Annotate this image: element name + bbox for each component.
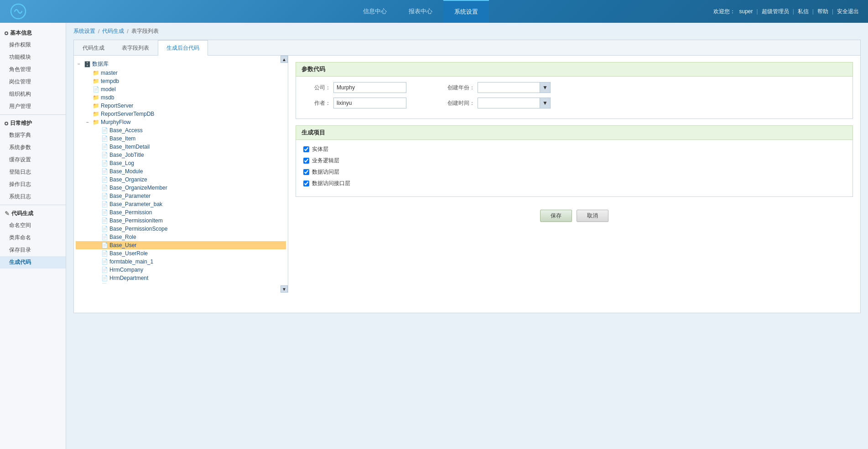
breadcrumb-codegen[interactable]: 代码生成	[102, 27, 124, 35]
tree-toggle-icon[interactable]	[93, 250, 99, 257]
time-calendar-button[interactable]: ▼	[540, 98, 550, 108]
tree-toggle-icon[interactable]	[93, 217, 99, 224]
tree-scroll[interactable]: −🗄️数据库📁master📁tempdb📄model📁msdb📁ReportSe…	[74, 56, 288, 284]
tree-toggle-icon[interactable]	[93, 201, 99, 207]
tree-node[interactable]: 📄Base_PermissionScope	[76, 225, 286, 233]
tree-node[interactable]: 📄HrmCompany	[76, 266, 286, 274]
tree-node[interactable]: 📄Base_Log	[76, 159, 286, 167]
biz-checkbox[interactable]	[303, 158, 309, 164]
sidebar-item-login-log[interactable]: 登陆日志	[0, 166, 66, 178]
tree-node[interactable]: 📄formtable_main_1	[76, 258, 286, 266]
sidebar-item-class-name[interactable]: 类库命名	[0, 232, 66, 244]
nav-tab-info[interactable]: 信息中心	[352, 0, 398, 23]
sidebar-item-org-mgmt[interactable]: 组织机构	[0, 88, 66, 100]
nav-tab-report[interactable]: 报表中心	[398, 0, 443, 23]
tree-node[interactable]: 📄Base_Role	[76, 233, 286, 241]
tree-toggle-icon[interactable]	[93, 144, 99, 150]
time-input[interactable]	[478, 98, 540, 108]
sidebar-item-user-mgmt[interactable]: 用户管理	[0, 100, 66, 113]
save-button[interactable]: 保存	[540, 210, 572, 222]
author-input[interactable]	[333, 98, 406, 108]
entity-checkbox[interactable]	[303, 146, 309, 152]
sidebar-item-func-module[interactable]: 功能模块	[0, 51, 66, 63]
sidebar-item-data-dict[interactable]: 数据字典	[0, 129, 66, 141]
tree-node[interactable]: 📁master	[76, 69, 286, 77]
tree-node[interactable]: 📄Base_JobTitle	[76, 151, 286, 159]
nav-tab-system[interactable]: 系统设置	[443, 0, 489, 23]
year-picker[interactable]: ▼	[478, 82, 551, 93]
tree-node[interactable]: 📄Base_Module	[76, 167, 286, 175]
time-picker[interactable]: ▼	[478, 98, 551, 108]
dao-checkbox[interactable]	[303, 169, 309, 175]
tree-toggle-icon[interactable]	[93, 234, 99, 240]
year-calendar-button[interactable]: ▼	[540, 83, 550, 93]
tree-toggle-icon[interactable]	[84, 86, 91, 93]
tree-node[interactable]: −📁MurphyFlow	[76, 118, 286, 126]
help-link[interactable]: 帮助	[817, 8, 828, 15]
sidebar-item-post-mgmt[interactable]: 岗位管理	[0, 76, 66, 88]
dao-interface-checkbox[interactable]	[303, 181, 309, 186]
tree-node[interactable]: 📄Base_UserRole	[76, 249, 286, 258]
tree-node[interactable]: 📄Base_Organize	[76, 175, 286, 184]
tree-toggle-icon[interactable]	[93, 258, 99, 265]
tree-toggle-icon[interactable]	[93, 160, 99, 166]
tree-toggle-icon[interactable]	[84, 70, 91, 76]
tree-node[interactable]: 📁ReportServerTempDB	[76, 110, 286, 118]
tree-node[interactable]: 📁ReportServer	[76, 102, 286, 110]
tree-toggle-icon[interactable]	[93, 242, 99, 248]
tree-toggle-icon[interactable]	[84, 111, 91, 117]
tree-node[interactable]: 📄Base_Access	[76, 126, 286, 134]
tree-node[interactable]: 📄Base_PermissionItem	[76, 217, 286, 225]
role-link[interactable]: 超级管理员	[762, 8, 789, 15]
sidebar-item-gen-code[interactable]: 生成代码	[0, 256, 66, 268]
tree-toggle-icon[interactable]: −	[76, 61, 82, 67]
sidebar-item-sys-log[interactable]: 系统日志	[0, 191, 66, 203]
company-input[interactable]	[333, 82, 406, 93]
sidebar-item-op-log[interactable]: 操作日志	[0, 178, 66, 191]
tree-toggle-icon[interactable]	[93, 283, 99, 284]
tree-toggle-icon[interactable]: −	[84, 119, 91, 125]
tree-node[interactable]: 📄Base_Parameter_bak	[76, 200, 286, 208]
tab-table-field[interactable]: 表字段列表	[113, 40, 158, 56]
tree-toggle-icon[interactable]	[93, 176, 99, 183]
cancel-button[interactable]: 取消	[577, 210, 608, 222]
tree-node[interactable]: 📄model	[76, 85, 286, 93]
tree-node[interactable]: −🗄️数据库	[76, 59, 286, 69]
breadcrumb-system[interactable]: 系统设置	[73, 27, 95, 35]
sidebar-item-role-mgmt[interactable]: 角色管理	[0, 63, 66, 76]
logout-link[interactable]: 安全退出	[837, 8, 859, 15]
sidebar-item-cache-set[interactable]: 缓存设置	[0, 154, 66, 166]
tree-toggle-icon[interactable]	[93, 209, 99, 216]
tree-toggle-icon[interactable]	[93, 185, 99, 191]
tree-node[interactable]: 📄HrmJobTitle	[76, 282, 286, 284]
tree-toggle-icon[interactable]	[93, 275, 99, 281]
tree-toggle-icon[interactable]	[93, 226, 99, 232]
tree-toggle-icon[interactable]	[84, 78, 91, 84]
tab-code-gen[interactable]: 代码生成	[74, 40, 113, 56]
sidebar-item-save-dir[interactable]: 保存目录	[0, 244, 66, 256]
tree-node[interactable]: 📄Base_Parameter	[76, 192, 286, 200]
tree-node[interactable]: 📄Base_Item	[76, 134, 286, 143]
tree-node[interactable]: 📄Base_OrganizeMember	[76, 184, 286, 192]
tree-toggle-icon[interactable]	[93, 127, 99, 134]
scroll-up-button[interactable]: ▲	[281, 56, 288, 63]
tree-toggle-icon[interactable]	[93, 135, 99, 142]
private-link[interactable]: 私信	[798, 8, 809, 15]
tree-toggle-icon[interactable]	[93, 193, 99, 199]
tree-toggle-icon[interactable]	[84, 103, 91, 109]
sidebar-item-sys-param[interactable]: 系统参数	[0, 141, 66, 154]
tree-toggle-icon[interactable]	[93, 168, 99, 175]
tab-backend-code[interactable]: 生成后台代码	[158, 40, 208, 56]
tree-toggle-icon[interactable]	[84, 94, 91, 101]
tree-node[interactable]: 📄Base_User	[76, 241, 286, 249]
tree-toggle-icon[interactable]	[93, 152, 99, 158]
sidebar-item-namespace[interactable]: 命名空间	[0, 219, 66, 232]
tree-node[interactable]: 📁tempdb	[76, 77, 286, 85]
tree-node[interactable]: 📄HrmDepartment	[76, 274, 286, 282]
year-input[interactable]	[478, 83, 540, 93]
tree-toggle-icon[interactable]	[93, 267, 99, 273]
tree-node[interactable]: 📄Base_ItemDetail	[76, 143, 286, 151]
tree-node[interactable]: 📁msdb	[76, 93, 286, 102]
scroll-down-button[interactable]: ▼	[281, 285, 288, 293]
tree-node[interactable]: 📄Base_Permission	[76, 208, 286, 217]
